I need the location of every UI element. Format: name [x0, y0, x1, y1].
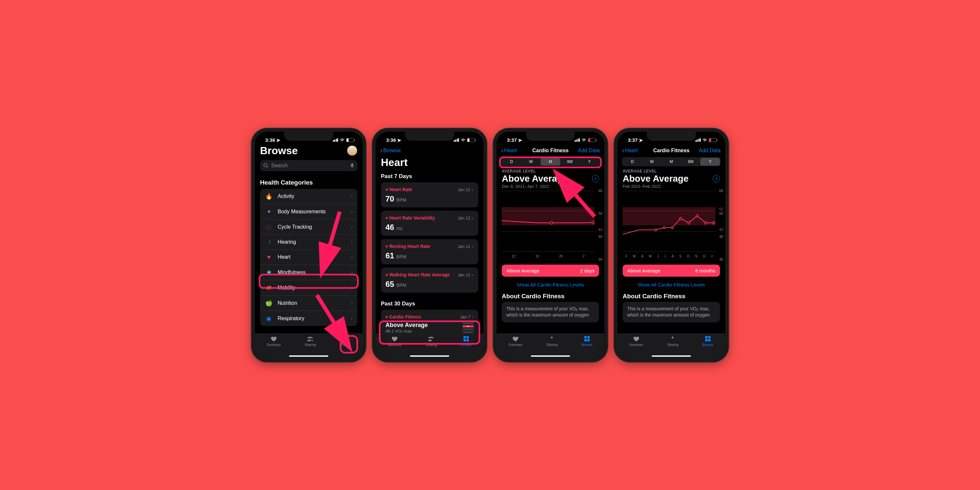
seg-m[interactable]: M	[662, 158, 681, 165]
seg-w[interactable]: W	[521, 158, 541, 165]
seg-w[interactable]: W	[642, 158, 662, 165]
phone-cardio-year: 3:37➤ ‹Heart Cardio Fitness Add Data D W…	[614, 128, 729, 362]
svg-point-22	[671, 226, 673, 229]
svg-rect-30	[705, 339, 708, 341]
svg-line-1	[267, 166, 268, 167]
svg-rect-28	[705, 336, 708, 338]
list-item-mobility[interactable]: ⇄Mobility›	[260, 280, 357, 296]
phone-cardio-month: 3:37➤ ‹Heart Cardio Fitness Add Data D W…	[493, 128, 608, 362]
svg-point-21	[663, 226, 665, 229]
tab-summary[interactable]: Summary	[388, 335, 402, 359]
card-resting-hr[interactable]: ♥Resting Heart RateJan 12› 61 BPM	[381, 239, 478, 264]
list-item-body-measurements[interactable]: ✦Body Measurements›	[260, 204, 357, 220]
notch	[526, 132, 575, 141]
seg-6m[interactable]: 6M	[681, 158, 701, 165]
seg-d[interactable]: D	[623, 158, 642, 165]
svg-rect-5	[343, 336, 345, 338]
profile-avatar[interactable]	[347, 145, 357, 156]
info-icon[interactable]: i	[713, 175, 720, 182]
location-icon: ➤	[639, 137, 644, 143]
svg-rect-7	[343, 339, 345, 341]
list-item-hearing[interactable]: 𝄽Hearing›	[260, 235, 357, 250]
svg-point-0	[264, 163, 267, 167]
headline: Above Averagei	[496, 173, 605, 184]
tab-summary[interactable]: Summary	[509, 335, 523, 359]
list-item-cycle-tracking[interactable]: ◌Cycle Tracking›	[260, 220, 357, 235]
nutrition-icon: 🍏	[265, 299, 273, 307]
home-indicator[interactable]	[652, 355, 691, 357]
list-item-mindfulness[interactable]: ❀Mindfulness›	[260, 265, 357, 280]
time-range-segmented: D W M 6M Y	[501, 157, 600, 166]
health-categories-list: 🔥Activity› ✦Body Measurements› ◌Cycle Tr…	[260, 189, 357, 326]
svg-rect-8	[345, 339, 348, 341]
back-button[interactable]: ‹Heart	[501, 146, 517, 155]
seg-y[interactable]: Y	[579, 158, 599, 165]
tab-bar: Summary Sharing Browse	[617, 333, 725, 359]
location-icon: ➤	[397, 137, 402, 143]
page-title: Browse	[260, 145, 303, 157]
list-item-activity[interactable]: 🔥Activity›	[260, 189, 357, 204]
show-all-levels-link[interactable]: Show All Cardio Fitness Levels	[617, 280, 725, 291]
home-indicator[interactable]	[289, 355, 328, 357]
location-icon: ➤	[518, 137, 523, 143]
list-item-heart[interactable]: ♥Heart›	[260, 250, 357, 265]
seg-6m[interactable]: 6M	[560, 158, 580, 165]
tab-browse[interactable]: Browse	[702, 335, 713, 359]
battery-icon	[346, 138, 354, 142]
svg-point-23	[679, 217, 681, 220]
svg-rect-12	[466, 339, 469, 341]
svg-rect-2	[352, 163, 353, 166]
svg-rect-18	[584, 339, 587, 341]
add-data-button[interactable]: Add Data	[699, 148, 721, 154]
phone-heart: 3:36➤ ‹Browse Heart Past 7 Days ♥Heart R…	[372, 128, 487, 362]
wifi-icon	[461, 138, 466, 142]
x-axis: 1219262	[502, 255, 595, 258]
back-button[interactable]: ‹Browse	[380, 146, 401, 155]
card-heart-rate[interactable]: ♥Heart RateJan 12› 70 BPM	[381, 182, 478, 207]
mic-icon[interactable]	[350, 163, 354, 168]
add-data-button[interactable]: Add Data	[578, 148, 600, 154]
list-item-respiratory[interactable]: ◉Respiratory›	[260, 311, 357, 326]
notch	[647, 132, 696, 141]
home-indicator[interactable]	[410, 355, 449, 357]
flame-icon: 🔥	[265, 193, 273, 200]
card-hrv[interactable]: ♥Heart Rate VariabilityJan 12› 46 ms	[381, 211, 478, 236]
back-button[interactable]: ‹Heart	[622, 146, 638, 155]
lungs-icon: ◉	[265, 315, 273, 322]
seg-d[interactable]: D	[502, 158, 521, 165]
seg-m[interactable]: M	[541, 158, 560, 165]
svg-rect-17	[587, 336, 590, 338]
level-pill[interactable]: Above Average8 months	[623, 265, 720, 277]
home-indicator[interactable]	[531, 355, 570, 357]
phone-browse: 3:36➤ Browse Search Health Categories 🔥A…	[251, 128, 366, 362]
chevron-icon: ›	[472, 186, 474, 193]
mobility-icon: ⇄	[265, 284, 273, 291]
svg-rect-16	[584, 336, 587, 338]
svg-rect-9	[463, 336, 466, 338]
headline: Above Averagei	[617, 173, 725, 184]
tab-browse[interactable]: Browse	[581, 335, 592, 359]
cardio-fitness-chart-year[interactable]: 60 52 50 43 40 30 FMAMJJASONDJ	[623, 191, 724, 259]
svg-point-27	[713, 221, 715, 224]
card-walking-hr[interactable]: ♥Walking Heart Rate AverageJan 12› 65 BP…	[381, 267, 478, 293]
cycle-icon: ◌	[265, 223, 273, 231]
cardio-fitness-chart-month[interactable]: 60 50 43 40 30 1219262	[502, 191, 603, 259]
chevron-icon: ›	[351, 299, 353, 306]
search-input[interactable]: Search	[260, 160, 357, 171]
list-item-nutrition[interactable]: 🍏Nutrition›	[260, 296, 357, 311]
tab-summary[interactable]: Summary	[630, 335, 644, 359]
chevron-icon: ›	[351, 269, 353, 276]
tab-summary[interactable]: Summary	[267, 335, 281, 359]
svg-point-20	[655, 229, 657, 231]
time-range-segmented: D W M 6M Y	[622, 157, 721, 166]
status-time: 3:37	[507, 137, 517, 143]
tab-browse[interactable]: Browse	[461, 335, 471, 359]
tab-browse[interactable]: Browse	[340, 335, 350, 359]
date-range: Dec 8, 2021–Jan 7, 2022	[496, 184, 605, 191]
show-all-levels-link[interactable]: Show All Cardio Fitness Levels	[496, 280, 605, 291]
info-icon[interactable]: i	[592, 175, 599, 182]
level-pill[interactable]: Above Average2 days	[502, 265, 599, 277]
nav-title: Cardio Fitness	[532, 148, 568, 154]
seg-y[interactable]: Y	[700, 158, 720, 165]
chevron-icon: ›	[351, 193, 353, 200]
